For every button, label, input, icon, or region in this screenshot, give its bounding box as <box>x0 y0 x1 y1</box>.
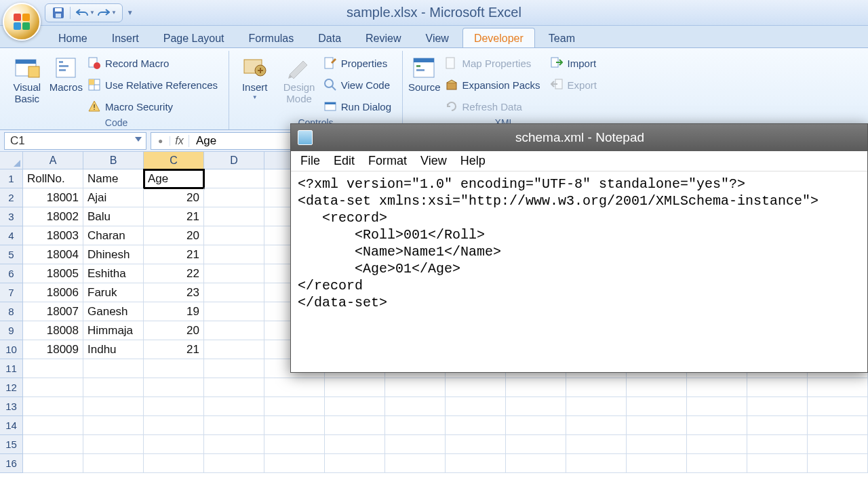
cell[interactable] <box>83 454 144 473</box>
cell[interactable] <box>204 188 264 207</box>
cell[interactable]: 18002 <box>23 207 83 226</box>
notepad-text-area[interactable]: <?xml version="1.0" encoding="UTF-8" sta… <box>291 171 867 315</box>
cell[interactable] <box>627 378 687 397</box>
cell[interactable] <box>144 435 204 454</box>
tab-review[interactable]: Review <box>355 28 412 47</box>
row-header[interactable]: 13 <box>0 397 23 416</box>
cell[interactable] <box>506 454 566 473</box>
notepad-menu-file[interactable]: File <box>300 154 320 168</box>
cell[interactable]: 21 <box>144 207 204 226</box>
cell[interactable] <box>747 435 808 454</box>
formula-input[interactable]: Age <box>189 134 216 148</box>
cell[interactable]: Ganesh <box>83 302 144 321</box>
cell[interactable] <box>83 359 144 378</box>
cell[interactable] <box>627 397 687 416</box>
import-button[interactable]: Import <box>550 54 602 73</box>
cell[interactable] <box>385 397 446 416</box>
formula-cancel-icon[interactable]: ● <box>151 136 170 146</box>
cell[interactable] <box>264 435 325 454</box>
cell[interactable] <box>83 378 144 397</box>
notepad-titlebar[interactable]: schema.xml - Notepad <box>291 124 867 151</box>
fx-icon[interactable]: fx <box>170 135 189 147</box>
tab-view[interactable]: View <box>415 28 460 47</box>
cell[interactable] <box>627 416 687 435</box>
cell[interactable] <box>808 416 868 435</box>
notepad-menu-edit[interactable]: Edit <box>334 154 355 168</box>
cell[interactable] <box>446 416 506 435</box>
cell[interactable] <box>144 416 204 435</box>
column-header[interactable]: B <box>83 152 144 169</box>
cell[interactable] <box>385 416 446 435</box>
row-header[interactable]: 3 <box>0 207 23 226</box>
row-header[interactable]: 8 <box>0 302 23 321</box>
save-icon[interactable] <box>51 5 66 20</box>
tab-formulas[interactable]: Formulas <box>238 28 305 47</box>
cell[interactable]: Dhinesh <box>83 245 144 264</box>
cell[interactable] <box>83 435 144 454</box>
cell[interactable]: Eshitha <box>83 264 144 283</box>
expansion-packs-button[interactable]: Expansion Packs <box>445 75 546 94</box>
redo-dropdown-icon[interactable]: ▼ <box>111 9 117 16</box>
cell[interactable]: Ajai <box>83 188 144 207</box>
map-properties-button[interactable]: Map Properties <box>445 54 546 73</box>
properties-button[interactable]: Properties <box>323 54 397 73</box>
tab-team[interactable]: Team <box>538 28 586 47</box>
row-header[interactable]: 14 <box>0 416 23 435</box>
cell[interactable]: Himmaja <box>83 321 144 340</box>
cell[interactable] <box>264 454 325 473</box>
namebox-dropdown-icon[interactable] <box>135 137 142 142</box>
cell[interactable]: 19 <box>144 302 204 321</box>
cell[interactable] <box>264 416 325 435</box>
cell[interactable] <box>566 416 627 435</box>
refresh-data-button[interactable]: Refresh Data <box>445 97 546 116</box>
cell[interactable] <box>23 397 83 416</box>
notepad-menu-format[interactable]: Format <box>368 154 407 168</box>
cell[interactable]: Charan <box>83 226 144 245</box>
cell[interactable] <box>687 435 747 454</box>
cell[interactable] <box>747 378 808 397</box>
cell[interactable]: Age <box>144 169 204 188</box>
qat-customize-icon[interactable]: ▼ <box>127 9 134 16</box>
cell[interactable]: 18009 <box>23 340 83 359</box>
record-macro-button[interactable]: Record Macro <box>87 54 223 73</box>
cell[interactable] <box>325 397 385 416</box>
cell[interactable] <box>204 245 264 264</box>
cell[interactable] <box>506 397 566 416</box>
cell[interactable] <box>747 416 808 435</box>
insert-button[interactable]: Insert ▼ <box>235 52 275 100</box>
cell[interactable] <box>687 397 747 416</box>
redo-icon[interactable] <box>96 5 111 20</box>
cell[interactable] <box>808 454 868 473</box>
cell[interactable] <box>144 454 204 473</box>
cell[interactable] <box>264 378 325 397</box>
cell[interactable] <box>204 340 264 359</box>
macro-security-button[interactable]: ! Macro Security <box>87 97 223 116</box>
cell[interactable] <box>446 454 506 473</box>
cell[interactable] <box>204 169 264 188</box>
office-button[interactable] <box>3 3 41 41</box>
notepad-menu-view[interactable]: View <box>420 154 447 168</box>
row-header[interactable]: 7 <box>0 283 23 302</box>
cell[interactable] <box>204 226 264 245</box>
cell[interactable] <box>83 416 144 435</box>
cell[interactable] <box>204 397 264 416</box>
visual-basic-button[interactable]: Visual Basic <box>9 52 45 104</box>
cell[interactable] <box>204 378 264 397</box>
notepad-menu-help[interactable]: Help <box>460 154 486 168</box>
cell[interactable] <box>566 378 627 397</box>
cell[interactable] <box>808 435 868 454</box>
cell[interactable] <box>23 454 83 473</box>
row-header[interactable]: 5 <box>0 245 23 264</box>
cell[interactable] <box>808 378 868 397</box>
cell[interactable] <box>204 416 264 435</box>
cell[interactable]: Faruk <box>83 283 144 302</box>
cell[interactable] <box>627 435 687 454</box>
cell[interactable] <box>446 378 506 397</box>
cell[interactable] <box>747 454 808 473</box>
cell[interactable] <box>23 416 83 435</box>
cell[interactable] <box>325 435 385 454</box>
cell[interactable]: Indhu <box>83 340 144 359</box>
cell[interactable]: Balu <box>83 207 144 226</box>
cell[interactable] <box>144 359 204 378</box>
cell[interactable] <box>506 416 566 435</box>
